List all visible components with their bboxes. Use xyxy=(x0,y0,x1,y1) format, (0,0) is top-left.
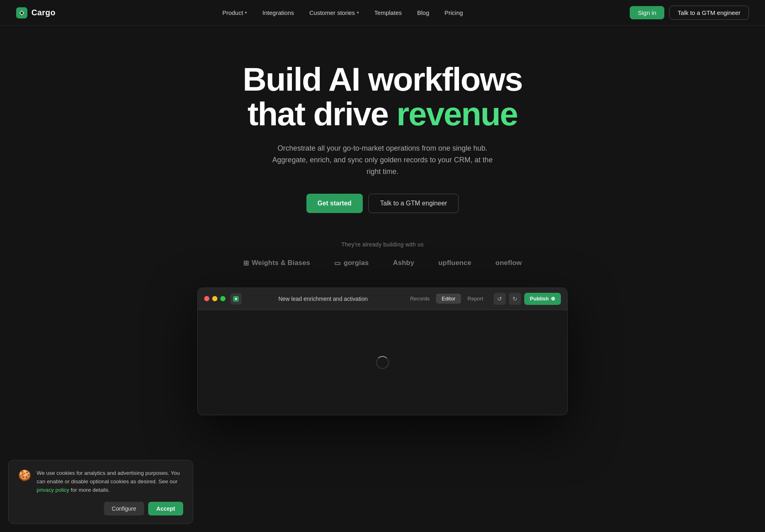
redo-button[interactable]: ↻ xyxy=(509,293,521,305)
logo[interactable]: Cargo xyxy=(16,7,56,19)
square-icon: ▭ xyxy=(334,259,341,267)
app-tabs: Records Editor Report xyxy=(405,294,489,304)
social-proof-text: They're already building with us xyxy=(341,241,424,248)
hero-title: Build AI workflows that drive revenue xyxy=(243,62,522,131)
chevron-down-icon: ▾ xyxy=(245,10,247,15)
app-controls: ↺ ↻ Publish ⊕ xyxy=(494,293,561,305)
cookie-icon: 🍪 xyxy=(18,470,31,495)
app-icon-button[interactable] xyxy=(230,293,242,304)
hero-section: Build AI workflows that drive revenue Or… xyxy=(0,26,765,439)
nav-product[interactable]: Product ▾ xyxy=(216,6,254,19)
logo-gorgias: ▭ gorgias xyxy=(334,259,369,267)
logo-ashby: Ashby xyxy=(393,259,414,267)
hero-subtitle: Orchestrate all your go-to-market operat… xyxy=(266,143,499,177)
nav-pricing[interactable]: Pricing xyxy=(438,6,469,19)
logo-upfluence: upfluence xyxy=(438,259,471,267)
nav-integrations[interactable]: Integrations xyxy=(256,6,300,19)
social-proof: They're already building with us ⊞ Weigh… xyxy=(16,241,749,267)
grid-icon: ⊞ xyxy=(243,259,249,267)
traffic-lights xyxy=(204,296,225,301)
app-titlebar: New lead enrichment and activation Recor… xyxy=(198,288,567,310)
cookie-top: 🍪 We use cookies for analytics and adver… xyxy=(18,469,183,495)
cookie-actions: Configure Accept xyxy=(18,502,183,515)
navbar: Cargo Product ▾ Integrations Customer st… xyxy=(0,0,765,26)
nav-actions: Sign in Talk to a GTM engineer xyxy=(630,6,749,20)
logos-row: ⊞ Weights & Biases ▭ gorgias Ashby upflu… xyxy=(243,259,522,267)
logo-text: Cargo xyxy=(31,8,56,17)
app-window-wrap: New lead enrichment and activation Recor… xyxy=(16,288,749,415)
app-tab-report[interactable]: Report xyxy=(462,294,489,304)
chevron-down-icon: ▾ xyxy=(357,10,359,15)
svg-point-1 xyxy=(21,12,23,14)
nav-templates[interactable]: Templates xyxy=(368,6,408,19)
nav-blog[interactable]: Blog xyxy=(411,6,436,19)
app-logo-icon xyxy=(233,296,239,302)
configure-button[interactable]: Configure xyxy=(104,502,145,515)
publish-button[interactable]: Publish ⊕ xyxy=(524,293,561,305)
accept-button[interactable]: Accept xyxy=(148,502,183,515)
logo-oneflow: oneflow xyxy=(496,259,522,267)
app-window: New lead enrichment and activation Recor… xyxy=(197,288,568,415)
get-started-button[interactable]: Get started xyxy=(306,194,363,213)
undo-button[interactable]: ↺ xyxy=(494,293,506,305)
hero-cta: Get started Talk to a GTM engineer xyxy=(306,194,459,213)
loading-spinner xyxy=(376,356,389,369)
logo-weights-biases: ⊞ Weights & Biases xyxy=(243,259,310,267)
hero-talk-button[interactable]: Talk to a GTM engineer xyxy=(368,194,459,213)
cookie-text: We use cookies for analytics and adverti… xyxy=(37,469,183,495)
traffic-light-red[interactable] xyxy=(204,296,209,301)
traffic-light-green[interactable] xyxy=(220,296,225,301)
app-body xyxy=(198,310,567,415)
sign-in-button[interactable]: Sign in xyxy=(630,6,664,19)
app-tab-records[interactable]: Records xyxy=(405,294,435,304)
app-title: New lead enrichment and activation xyxy=(246,296,400,302)
publish-chevron-icon: ⊕ xyxy=(551,296,555,302)
nav-customer-stories[interactable]: Customer stories ▾ xyxy=(303,6,365,19)
app-tab-editor[interactable]: Editor xyxy=(436,294,461,304)
cookie-banner: 🍪 We use cookies for analytics and adver… xyxy=(8,460,193,524)
nav-links: Product ▾ Integrations Customer stories … xyxy=(216,6,469,19)
traffic-light-yellow[interactable] xyxy=(212,296,217,301)
privacy-policy-link[interactable]: privacy policy xyxy=(37,487,69,493)
talk-gtm-button[interactable]: Talk to a GTM engineer xyxy=(669,6,749,20)
